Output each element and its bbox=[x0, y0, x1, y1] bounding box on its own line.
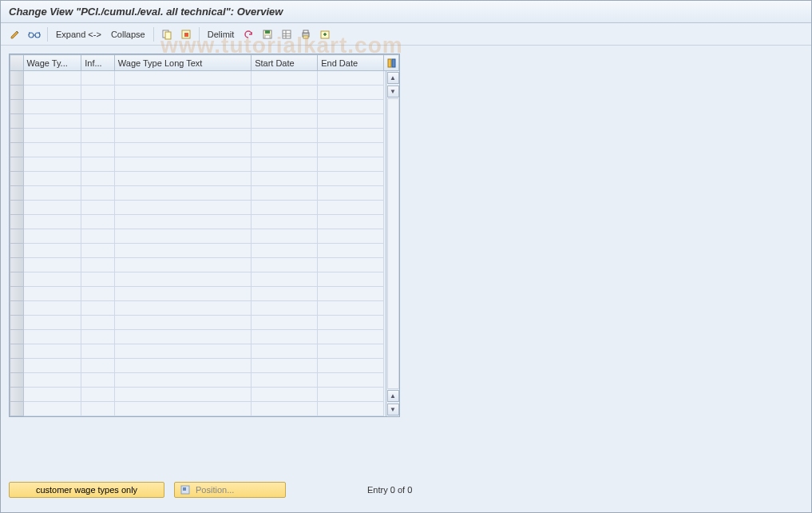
row-selector[interactable] bbox=[10, 71, 24, 86]
cell-inf[interactable] bbox=[81, 229, 115, 244]
cell-wage-type[interactable] bbox=[23, 229, 81, 244]
cell-start-date[interactable] bbox=[252, 316, 318, 330]
cell-long-text[interactable] bbox=[114, 388, 251, 402]
cell-long-text[interactable] bbox=[114, 344, 251, 359]
col-header-long-text[interactable]: Wage Type Long Text bbox=[114, 55, 251, 71]
cell-wage-type[interactable] bbox=[23, 359, 81, 373]
cell-inf[interactable] bbox=[81, 244, 115, 258]
glasses-icon[interactable] bbox=[26, 26, 42, 42]
undo-icon[interactable] bbox=[240, 26, 256, 42]
row-selector[interactable] bbox=[10, 229, 24, 244]
table-row[interactable] bbox=[10, 359, 399, 373]
cell-end-date[interactable] bbox=[318, 244, 384, 258]
cell-inf[interactable] bbox=[81, 114, 115, 129]
row-selector[interactable] bbox=[10, 86, 24, 100]
cell-wage-type[interactable] bbox=[23, 258, 81, 272]
expand-label[interactable]: Expand <-> bbox=[53, 30, 105, 39]
cell-wage-type[interactable] bbox=[23, 86, 81, 100]
cell-long-text[interactable] bbox=[114, 272, 251, 287]
cell-end-date[interactable] bbox=[318, 114, 384, 129]
row-selector[interactable] bbox=[10, 330, 24, 344]
cell-start-date[interactable] bbox=[252, 402, 318, 416]
delimit-label[interactable]: Delimit bbox=[204, 30, 238, 39]
cell-wage-type[interactable] bbox=[23, 388, 81, 402]
cell-start-date[interactable] bbox=[252, 186, 318, 201]
change-icon[interactable] bbox=[7, 26, 23, 42]
cell-start-date[interactable] bbox=[252, 287, 318, 301]
cell-start-date[interactable] bbox=[252, 258, 318, 272]
cell-inf[interactable] bbox=[81, 373, 115, 388]
cell-long-text[interactable] bbox=[114, 157, 251, 172]
table-row[interactable] bbox=[10, 201, 399, 215]
copy-icon[interactable] bbox=[159, 26, 175, 42]
cell-wage-type[interactable] bbox=[23, 215, 81, 229]
cell-end-date[interactable] bbox=[318, 344, 384, 359]
scroll-up-button[interactable]: ▲ bbox=[387, 72, 399, 84]
cell-inf[interactable] bbox=[81, 157, 115, 172]
cell-inf[interactable] bbox=[81, 172, 115, 186]
cell-inf[interactable] bbox=[81, 330, 115, 344]
table-row[interactable] bbox=[10, 402, 399, 416]
table-row[interactable] bbox=[10, 316, 399, 330]
cell-end-date[interactable] bbox=[318, 143, 384, 157]
table-row[interactable] bbox=[10, 287, 399, 301]
cell-long-text[interactable] bbox=[114, 287, 251, 301]
cell-wage-type[interactable] bbox=[23, 172, 81, 186]
cell-wage-type[interactable] bbox=[23, 201, 81, 215]
cell-end-date[interactable] bbox=[318, 388, 384, 402]
scroll-up-button-2[interactable]: ▲ bbox=[387, 390, 399, 402]
cell-wage-type[interactable] bbox=[23, 100, 81, 114]
cell-long-text[interactable] bbox=[114, 114, 251, 129]
cell-end-date[interactable] bbox=[318, 258, 384, 272]
cell-wage-type[interactable] bbox=[23, 330, 81, 344]
cell-inf[interactable] bbox=[81, 258, 115, 272]
cell-wage-type[interactable] bbox=[23, 373, 81, 388]
table-row[interactable] bbox=[10, 344, 399, 359]
cell-start-date[interactable] bbox=[252, 201, 318, 215]
row-selector[interactable] bbox=[10, 359, 24, 373]
cell-start-date[interactable] bbox=[252, 229, 318, 244]
cell-end-date[interactable] bbox=[318, 272, 384, 287]
cell-long-text[interactable] bbox=[114, 100, 251, 114]
cell-start-date[interactable] bbox=[252, 373, 318, 388]
cell-end-date[interactable] bbox=[318, 229, 384, 244]
cell-long-text[interactable] bbox=[114, 359, 251, 373]
cell-long-text[interactable] bbox=[114, 258, 251, 272]
row-selector[interactable] bbox=[10, 172, 24, 186]
row-selector[interactable] bbox=[10, 100, 24, 114]
row-selector[interactable] bbox=[10, 301, 24, 316]
cell-start-date[interactable] bbox=[252, 129, 318, 143]
cell-long-text[interactable] bbox=[114, 71, 251, 86]
cell-long-text[interactable] bbox=[114, 186, 251, 201]
export-icon[interactable] bbox=[317, 26, 333, 42]
cell-long-text[interactable] bbox=[114, 143, 251, 157]
cell-inf[interactable] bbox=[81, 287, 115, 301]
cell-inf[interactable] bbox=[81, 301, 115, 316]
cell-inf[interactable] bbox=[81, 100, 115, 114]
table-settings-icon[interactable] bbox=[279, 26, 295, 42]
cell-wage-type[interactable] bbox=[23, 344, 81, 359]
cell-inf[interactable] bbox=[81, 272, 115, 287]
cell-start-date[interactable] bbox=[252, 330, 318, 344]
table-row[interactable] bbox=[10, 186, 399, 201]
cell-long-text[interactable] bbox=[114, 201, 251, 215]
vertical-scrollbar[interactable]: ▲ ▼ ▲ ▼ bbox=[386, 71, 399, 416]
row-selector[interactable] bbox=[10, 201, 24, 215]
cell-end-date[interactable] bbox=[318, 330, 384, 344]
cell-wage-type[interactable] bbox=[23, 186, 81, 201]
table-row[interactable] bbox=[10, 388, 399, 402]
cell-long-text[interactable] bbox=[114, 330, 251, 344]
cell-long-text[interactable] bbox=[114, 301, 251, 316]
cell-start-date[interactable] bbox=[252, 71, 318, 86]
collapse-label[interactable]: Collapse bbox=[108, 30, 149, 39]
cell-start-date[interactable] bbox=[252, 388, 318, 402]
row-selector[interactable] bbox=[10, 272, 24, 287]
cell-end-date[interactable] bbox=[318, 172, 384, 186]
cell-wage-type[interactable] bbox=[23, 143, 81, 157]
select-all-icon[interactable] bbox=[178, 26, 194, 42]
cell-inf[interactable] bbox=[81, 71, 115, 86]
row-selector[interactable] bbox=[10, 388, 24, 402]
cell-inf[interactable] bbox=[81, 201, 115, 215]
cell-end-date[interactable] bbox=[318, 100, 384, 114]
row-selector[interactable] bbox=[10, 157, 24, 172]
